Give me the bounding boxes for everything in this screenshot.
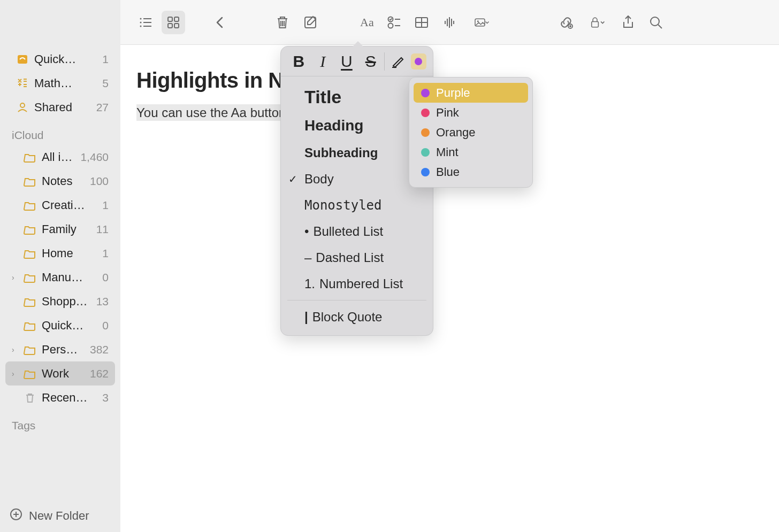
plus-circle-icon (10, 508, 22, 524)
folder-icon (24, 367, 36, 380)
bold-button[interactable]: B (287, 50, 310, 73)
sidebar-item-label: Math… (34, 76, 97, 90)
sidebar-folder[interactable]: Shopp… 13 (5, 289, 115, 313)
style-block-quote[interactable]: | Block Quote (281, 304, 433, 330)
svg-text:Aa: Aa (360, 16, 374, 29)
style-label: Title (304, 87, 341, 107)
color-swatch-icon (421, 148, 430, 157)
sidebar: Quick… 1 Math… 5 Shared 27 iCloud All i…… (0, 0, 120, 532)
checklist-button[interactable] (382, 11, 406, 34)
chevron-right-icon[interactable]: › (12, 345, 18, 354)
color-swatch-icon (421, 128, 430, 137)
sidebar-item-count: 1 (102, 53, 109, 66)
sidebar-folder[interactable]: › Pers… 382 (5, 337, 115, 361)
search-button[interactable] (644, 11, 668, 34)
highlight-color-button[interactable] (411, 53, 426, 70)
format-toolbar: B I U S (281, 47, 433, 76)
share-button[interactable] (616, 11, 640, 34)
new-folder-button[interactable]: New Folder (0, 500, 120, 532)
back-button[interactable] (209, 11, 232, 34)
sidebar-item-count: 100 (90, 175, 109, 188)
lock-button[interactable] (582, 11, 612, 34)
sidebar-item-label: Quick… (34, 52, 97, 66)
sidebar-folder[interactable]: Creati… 1 (5, 193, 115, 217)
sidebar-item-quicknotes[interactable]: Quick… 1 (5, 47, 115, 71)
style-label: Subheading (304, 145, 378, 160)
underline-button[interactable]: U (335, 50, 358, 73)
checkmark-icon: ✓ (288, 173, 297, 186)
block-prefix: | (304, 310, 308, 325)
folder-icon (24, 295, 36, 308)
folder-icon (24, 247, 36, 260)
svg-rect-11 (168, 17, 172, 21)
style-label: Monostyled (304, 198, 382, 213)
sidebar-items: Quick… 1 Math… 5 Shared 27 iCloud All i…… (0, 47, 120, 500)
style-label: Dashed List (316, 250, 384, 265)
color-option-mint[interactable]: Mint (414, 142, 528, 162)
sidebar-folder[interactable]: Notes 100 (5, 169, 115, 193)
format-button[interactable]: Aa (354, 11, 378, 34)
sidebar-folder[interactable]: Quick… 0 (5, 313, 115, 337)
quicknote-icon (16, 53, 29, 66)
style-dashed[interactable]: – Dashed List (281, 244, 433, 271)
sidebar-item-label: Home (42, 246, 97, 260)
sidebar-section-tags[interactable]: Tags (0, 410, 120, 435)
style-monostyled[interactable]: Monostyled (281, 192, 433, 218)
svg-point-6 (140, 21, 142, 23)
highlight-button[interactable] (387, 50, 410, 73)
sidebar-item-label: Quick… (42, 319, 97, 333)
trash-icon (24, 391, 36, 404)
color-option-orange[interactable]: Orange (414, 122, 528, 142)
sidebar-item-label: Work (42, 367, 85, 381)
strikethrough-button[interactable]: S (359, 50, 382, 73)
sidebar-item-shared[interactable]: Shared 27 (5, 95, 115, 119)
color-option-purple[interactable]: Purple (414, 83, 528, 103)
chevron-right-icon[interactable]: › (12, 369, 18, 378)
style-bulleted[interactable]: • Bulleted List (281, 218, 433, 244)
svg-rect-32 (592, 21, 599, 27)
link-button[interactable] (554, 11, 578, 34)
new-note-button[interactable] (299, 11, 322, 34)
list-view-button[interactable] (134, 11, 157, 34)
sidebar-item-label: Shopp… (42, 295, 91, 309)
sidebar-item-label: Recen… (42, 391, 97, 405)
divider (384, 52, 385, 71)
sidebar-item-label: Family (42, 222, 91, 236)
sidebar-section-icloud[interactable]: iCloud (0, 119, 120, 145)
svg-point-18 (388, 23, 393, 28)
note-body-selection[interactable]: You can use the Aa button (136, 104, 286, 121)
sidebar-item-count: 1 (102, 199, 109, 212)
folder-icon (24, 175, 36, 188)
sidebar-item-count: 162 (90, 367, 109, 380)
folder-icon (24, 199, 36, 212)
sidebar-item-math[interactable]: Math… 5 (5, 71, 115, 95)
chevron-right-icon[interactable]: › (12, 273, 18, 282)
audio-button[interactable] (438, 11, 461, 34)
delete-button[interactable] (271, 11, 294, 34)
color-swatch-icon (421, 109, 430, 117)
sidebar-item-count: 0 (102, 271, 109, 284)
sidebar-folder[interactable]: › Manu… 0 (5, 265, 115, 289)
number-prefix: 1. (304, 276, 315, 291)
color-option-pink[interactable]: Pink (414, 103, 528, 122)
sidebar-folder-work[interactable]: › Work 162 (5, 361, 115, 385)
italic-button[interactable]: I (311, 50, 334, 73)
sidebar-item-recently-deleted[interactable]: Recen… 3 (5, 385, 115, 410)
sidebar-item-count: 1,460 (80, 151, 109, 164)
style-numbered[interactable]: 1. Numbered List (281, 271, 433, 297)
divider (287, 300, 426, 300)
sidebar-item-count: 5 (102, 77, 109, 90)
sidebar-item-label: Creati… (42, 198, 97, 212)
style-label: Bulleted List (313, 224, 383, 239)
gallery-view-button[interactable] (162, 11, 185, 34)
sidebar-folder[interactable]: Family 11 (5, 217, 115, 241)
color-option-blue[interactable]: Blue (414, 162, 528, 182)
sidebar-folder[interactable]: Home 1 (5, 241, 115, 265)
sidebar-item-label: Shared (34, 101, 91, 114)
sidebar-folder[interactable]: All i… 1,460 (5, 145, 115, 169)
table-button[interactable] (410, 11, 433, 34)
math-icon (16, 77, 29, 90)
media-button[interactable] (465, 11, 498, 34)
dash-prefix: – (304, 250, 311, 265)
sidebar-item-label: All i… (42, 150, 75, 164)
